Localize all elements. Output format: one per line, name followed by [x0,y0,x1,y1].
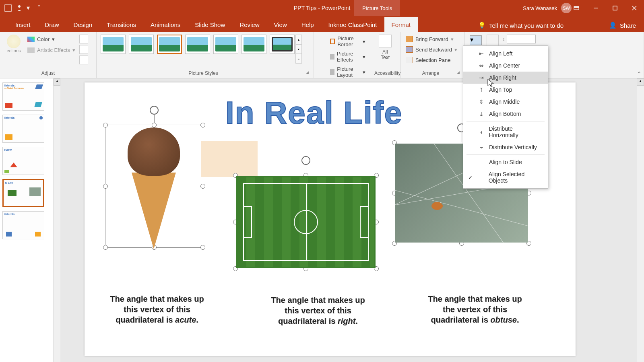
alt-text-button[interactable]: Alt Text [374,35,396,60]
slide-title[interactable]: In Real Life [225,95,402,131]
tab-draw[interactable]: Draw [38,17,66,32]
caption-line: quadrilateral is [278,317,338,325]
gallery-scroll-up[interactable]: ▴ [295,35,302,44]
resize-handle[interactable] [200,245,205,250]
style-thumb-selected[interactable] [157,35,182,54]
qat-dropdown-icon[interactable]: ▾ [27,4,35,12]
style-thumb[interactable] [185,35,210,54]
chevron-down-icon: ▾ [52,36,55,42]
align-middle-icon: ⇕ [478,99,485,105]
align-selected-label: Align Selected Objects [489,171,543,184]
align-right-item[interactable]: ⇥Align Right [463,72,548,84]
selection-pane-button[interactable]: Selection Pane [405,56,460,64]
rotate-handle-icon[interactable] [150,106,159,115]
resize-handle[interactable] [152,123,157,128]
tab-classpoint[interactable]: Inknoe ClassPoint [321,17,384,32]
align-center-item[interactable]: ⇔Align Center [463,60,548,72]
contextual-tab-picture-tools[interactable]: Picture Tools [354,0,400,16]
artistic-effects-button[interactable]: Artistic Effects ▾ [26,45,77,55]
send-backward-button[interactable]: Send Backward ▾ [405,45,460,54]
slide-thumbnail[interactable]: eview [2,147,44,175]
align-top-item[interactable]: ⤒Align Top [463,84,548,96]
distribute-vertically-item[interactable]: ⫟Distribute Vertically [463,141,548,153]
qat-customize-icon[interactable]: ⁼ [38,4,46,12]
selected-image-field[interactable] [235,175,376,269]
align-selected-objects-item[interactable]: ✓Align Selected Objects [463,168,548,187]
align-bottom-item[interactable]: ⤓Align Bottom [463,108,548,120]
style-thumb[interactable] [270,35,295,54]
slide-editor[interactable]: In Real Life [60,78,644,362]
dialog-launcher-icon[interactable]: ◢ [306,70,309,74]
tab-insert[interactable]: Insert [8,17,38,32]
align-button[interactable]: ▾ [470,35,482,45]
tab-review[interactable]: Review [232,17,266,32]
align-to-slide-label: Align to Slide [489,159,522,165]
picture-border-button[interactable]: Picture Border ▾ [329,35,366,48]
resize-handle[interactable] [103,123,108,128]
collapse-ribbon-icon[interactable]: ⌃ [637,71,641,76]
slide-thumbnail-current[interactable]: al Life [2,179,44,207]
ribbon-display-icon[interactable] [567,0,586,16]
autosave-icon[interactable] [4,4,12,12]
tab-view[interactable]: View [266,17,294,32]
align-middle-item[interactable]: ⇕Align Middle [463,96,548,108]
tab-design[interactable]: Design [66,17,100,32]
ribbon-group-picture-styles: ▴ ▾ ≡ Picture Styles◢ [97,32,314,78]
thumb-title: ilaterals [4,213,43,216]
thumbnail-scrollbar[interactable]: ▴ [53,78,60,362]
resize-handle[interactable] [103,184,108,189]
caption-acute[interactable]: The angle that makes up this vertex of t… [97,294,217,325]
dialog-launcher-icon[interactable]: ◢ [457,70,460,74]
gallery-expand[interactable]: ≡ [295,54,302,64]
reset-picture-button[interactable] [79,56,88,64]
ribbon-group-arrange: Bring Forward ▾ Send Backward ▾ Selectio… [400,32,465,78]
selected-image-icecream[interactable] [105,125,203,248]
align-to-slide-item[interactable]: Align to Slide [463,156,548,168]
style-thumb[interactable] [242,35,266,54]
picture-styles-gallery[interactable]: ▴ ▾ ≡ [101,35,295,54]
user-account[interactable]: Sara Wanasek SW [523,3,572,13]
tab-transitions[interactable]: Transitions [99,17,143,32]
close-button[interactable] [625,0,644,16]
resize-handle[interactable] [200,123,205,128]
picture-layout-button[interactable]: Picture Layout ▾ [329,65,366,79]
resize-handle[interactable] [103,245,108,250]
caption-right[interactable]: The angle that makes up this vertex of t… [258,295,378,326]
color-button[interactable]: Color ▾ [26,35,77,44]
touch-mode-icon[interactable] [15,4,23,12]
resize-handle[interactable] [200,184,205,189]
tab-format[interactable]: Format [384,17,418,32]
tell-me-search[interactable]: 💡 Tell me what you want to do [478,19,564,32]
tab-animations[interactable]: Animations [143,17,188,32]
tab-help[interactable]: Help [294,17,321,32]
compress-pictures-button[interactable] [79,35,88,43]
bring-forward-icon [406,36,413,42]
gallery-scroll-down[interactable]: ▾ [295,44,302,54]
scroll-up-icon[interactable]: ▴ [54,78,60,86]
caption-line: quadrilateral is [431,315,491,324]
maximize-button[interactable] [605,0,625,16]
slide-thumbnail[interactable]: ilaterals: ur-Sided Polygons [2,82,44,111]
height-icon: ↕ [503,37,505,41]
style-thumb[interactable] [129,35,154,54]
style-thumb[interactable] [101,35,126,54]
minimize-button[interactable] [586,0,605,16]
tab-slideshow[interactable]: Slide Show [188,17,232,32]
slide-thumbnail[interactable]: ilaterals [2,211,44,239]
share-button[interactable]: 👤 Share [609,19,636,32]
bring-forward-button[interactable]: Bring Forward ▾ [405,35,460,43]
distribute-horizontally-item[interactable]: ⫞Distribute Horizontally [463,123,548,141]
rotate-handle-icon[interactable] [301,156,310,165]
height-input[interactable] [507,35,536,43]
slide-thumbnail[interactable]: ilaterals [2,115,44,143]
align-center-icon: ⇔ [478,62,485,69]
style-thumb[interactable] [213,35,238,54]
corrections-button[interactable]: ections [4,35,23,57]
slide-thumbnail-panel[interactable]: ilaterals: ur-Sided Polygons ilaterals e… [0,78,53,362]
change-picture-button[interactable] [79,45,88,54]
picture-effects-button[interactable]: Picture Effects ▾ [329,50,366,64]
align-left-item[interactable]: ⇤Align Left [463,47,548,60]
caption-obtuse[interactable]: The angle that makes up the vertex of th… [415,294,535,325]
editor-scrollbar[interactable]: ▴ [637,78,644,362]
scroll-up-icon[interactable]: ▴ [637,78,644,86]
